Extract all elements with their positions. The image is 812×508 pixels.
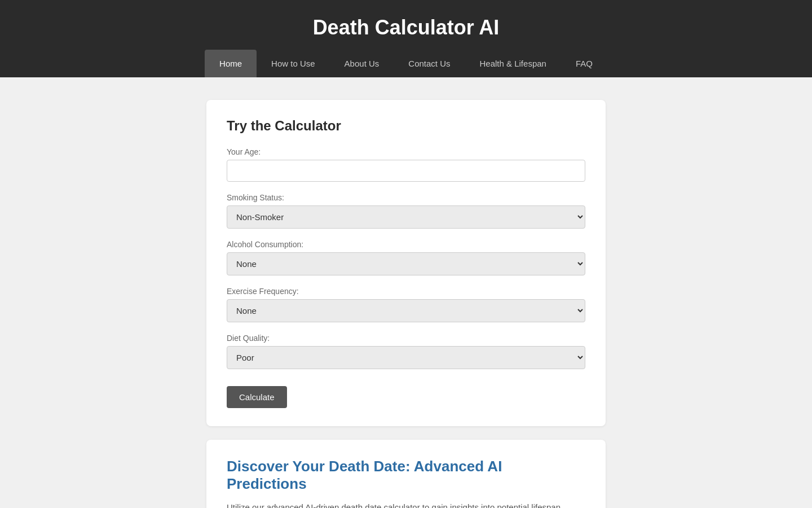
diet-label: Diet Quality:	[227, 334, 585, 343]
discover-title: Discover Your Death Date: Advanced AI Pr…	[227, 458, 585, 493]
nav-item-home[interactable]: Home	[205, 50, 257, 77]
age-label: Your Age:	[227, 147, 585, 156]
nav-item-how-to-use[interactable]: How to Use	[257, 50, 330, 77]
calculator-title: Try the Calculator	[227, 118, 585, 134]
calculator-card: Try the Calculator Your Age: Smoking Sta…	[206, 100, 606, 426]
exercise-group: Exercise Frequency: None Rarely Sometime…	[227, 287, 585, 322]
exercise-label: Exercise Frequency:	[227, 287, 585, 296]
smoking-select[interactable]: Non-Smoker Smoker Ex-Smoker	[227, 205, 585, 229]
header: Death Calculator AI Home How to Use Abou…	[0, 0, 812, 77]
discover-body: Utilize our advanced AI-driven death dat…	[227, 501, 585, 508]
exercise-select[interactable]: None Rarely Sometimes Often Daily	[227, 299, 585, 322]
main-content: Try the Calculator Your Age: Smoking Sta…	[197, 100, 615, 508]
alcohol-select[interactable]: None Light Moderate Heavy	[227, 252, 585, 275]
site-title: Death Calculator AI	[0, 10, 812, 50]
nav-item-faq[interactable]: FAQ	[561, 50, 607, 77]
smoking-group: Smoking Status: Non-Smoker Smoker Ex-Smo…	[227, 193, 585, 229]
nav-item-health-lifespan[interactable]: Health & Lifespan	[465, 50, 561, 77]
age-group: Your Age:	[227, 147, 585, 182]
alcohol-group: Alcohol Consumption: None Light Moderate…	[227, 240, 585, 275]
diet-group: Diet Quality: Poor Average Good Excellen…	[227, 334, 585, 369]
calculate-button[interactable]: Calculate	[227, 386, 287, 408]
alcohol-label: Alcohol Consumption:	[227, 240, 585, 249]
nav-item-contact-us[interactable]: Contact Us	[394, 50, 465, 77]
diet-select[interactable]: Poor Average Good Excellent	[227, 346, 585, 369]
discover-card: Discover Your Death Date: Advanced AI Pr…	[206, 440, 606, 508]
age-input[interactable]	[227, 160, 585, 182]
main-nav: Home How to Use About Us Contact Us Heal…	[0, 50, 812, 77]
nav-item-about-us[interactable]: About Us	[330, 50, 394, 77]
smoking-label: Smoking Status:	[227, 193, 585, 202]
